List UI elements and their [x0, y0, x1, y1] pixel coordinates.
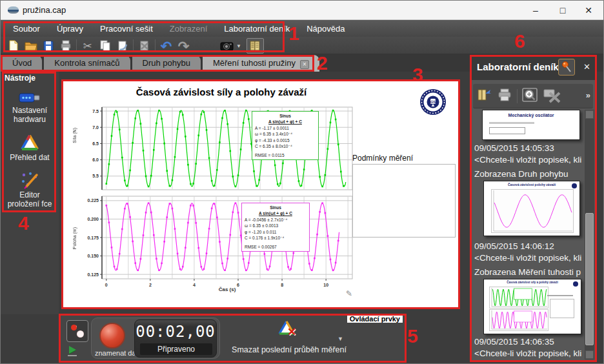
- copy-icon[interactable]: [96, 38, 114, 54]
- tab-close-icon[interactable]: ×: [300, 60, 309, 69]
- controls-dropdown-icon[interactable]: ▼: [337, 336, 343, 342]
- thumbnail-title: Mechanický oscilátor: [483, 113, 579, 117]
- svg-text:7.0: 7.0: [92, 125, 99, 130]
- position-time-chart[interactable]: 0.2250.2000.1750.1500.1250246810Čas (s): [83, 194, 354, 293]
- journal-thumbnail-2[interactable]: Časová závislost polohy závaží: [483, 181, 580, 236]
- thumbnail-input-box: [489, 127, 525, 134]
- sine-fit-box-force[interactable]: Sinus A sin(ωt + φ) + C A = -1.17 ± 0.00…: [252, 111, 319, 160]
- svg-text:0.225: 0.225: [87, 198, 99, 203]
- menu-laboratorni-denik[interactable]: Laboratorní deník: [216, 21, 298, 36]
- delete-run-button[interactable]: Smazat poslední průběh měření: [225, 345, 354, 354]
- journal-icon[interactable]: [247, 38, 264, 54]
- tab-kontrola-snimacu[interactable]: Kontrola snímačů: [44, 55, 130, 72]
- journal-caption[interactable]: <Chcete-li vložit popisek, kli: [474, 155, 584, 165]
- record-button[interactable]: [99, 323, 125, 349]
- record-group: znamenat da 00:02,00 Připraveno: [91, 318, 220, 359]
- delete-x-icon: ✕: [287, 325, 296, 339]
- tab-uvod[interactable]: Úvod: [2, 55, 42, 72]
- curve-fit-editor-icon: [20, 171, 39, 189]
- screenshot-camera-icon[interactable]: [218, 38, 236, 54]
- annotation-number-3: 3: [412, 64, 423, 86]
- thumbnail-chart-position: [489, 309, 549, 331]
- thumbnail-title: Časová závislost síly a polohy závaží: [484, 281, 581, 284]
- scroll-up-button[interactable]: [585, 110, 594, 119]
- new-document-icon[interactable]: [5, 38, 22, 54]
- toolbar-separator: [155, 39, 156, 52]
- journal-header: Laboratorní deník ✕: [470, 56, 596, 80]
- journal-scrollbar[interactable]: [585, 110, 594, 359]
- timer-display: 00:02,00 Připraveno: [134, 319, 217, 358]
- undo-icon[interactable]: ↶: [157, 38, 175, 54]
- svg-text:Čas (s): Čas (s): [219, 287, 236, 292]
- hardware-setup-icon: [18, 90, 41, 105]
- menu-napoveda[interactable]: Nápověda: [298, 21, 353, 36]
- menu-bar: Soubor Úpravy Pracovní sešit Zobrazení L…: [1, 20, 603, 37]
- annotation-number-2: 2: [317, 52, 328, 74]
- scroll-down-button[interactable]: [585, 350, 594, 359]
- thumbnail-logo: [573, 281, 578, 287]
- annotation-number-4: 4: [18, 212, 29, 234]
- redo-icon[interactable]: ↷: [175, 38, 192, 54]
- journal-timestamp: 09/05/2015 14:06:12: [474, 241, 584, 251]
- svg-text:0.125: 0.125: [87, 272, 99, 277]
- edit-pencil-icon[interactable]: ✎: [346, 289, 352, 298]
- fit-rmse: RMSE = 0.0115: [255, 152, 316, 158]
- thumbnail-conditions-label: [547, 295, 573, 296]
- controls-bar: Ovládací prvky znamenat da 00:02,00 Přip…: [60, 315, 405, 361]
- fit-title: Sinus: [245, 205, 307, 210]
- record-mode-icon: [77, 330, 84, 338]
- print-icon[interactable]: [57, 38, 74, 54]
- pushpin-icon: [559, 59, 574, 75]
- fit-title: Sinus: [255, 113, 316, 119]
- thumbnail-title: Časová závislost polohy závaží: [484, 183, 579, 187]
- tab-druh-pohybu[interactable]: Druh pohybu: [132, 55, 201, 72]
- play-icon[interactable]: [69, 346, 76, 354]
- menu-pracovni-sesit[interactable]: Pracovní sešit: [92, 21, 161, 36]
- journal-export-icon[interactable]: [477, 87, 492, 105]
- fit-line: A = -1.17 ± 0.0011: [255, 125, 316, 131]
- controls-caption: Ovládací prvky: [347, 315, 403, 323]
- sidebar-item-hardware-setup[interactable]: Nastavení hardwaru: [1, 90, 59, 125]
- window-title: pružina.cap: [23, 5, 66, 15]
- sidebar-title: Nástroje: [1, 72, 59, 85]
- cut-icon[interactable]: ✂: [79, 38, 96, 54]
- journal-zoom-icon[interactable]: [521, 86, 538, 106]
- journal-more-icon[interactable]: »: [586, 90, 590, 100]
- journal-thumbnail-1[interactable]: Mechanický oscilátor: [482, 110, 580, 140]
- annotation-number-5: 5: [407, 325, 418, 347]
- journal-timestamp: 09/05/2015 14:06:35: [474, 337, 584, 347]
- svg-text:7.5: 7.5: [92, 109, 99, 114]
- tab-mereni-tuhosti-pruziny[interactable]: Měření tuhosti pružiny ×: [203, 55, 319, 72]
- maximize-button[interactable]: □: [552, 3, 574, 18]
- svg-text:6.5: 6.5: [92, 141, 99, 146]
- paste-icon[interactable]: [114, 38, 131, 54]
- open-file-icon[interactable]: [22, 38, 39, 54]
- journal-thumbnail-3[interactable]: Časová závislost síly a polohy závaží: [483, 279, 581, 334]
- title-bar: pružina.cap – □ ✕: [1, 1, 603, 20]
- sine-fit-box-position[interactable]: Sinus A sin(ωt + φ) + C A = -0.0456 ± 2.…: [241, 203, 310, 252]
- save-icon[interactable]: [39, 38, 57, 54]
- close-button[interactable]: ✕: [578, 3, 599, 18]
- svg-text:0.200: 0.200: [87, 217, 99, 221]
- toolbar-separator: [133, 39, 134, 52]
- sidebar-item-curve-fit-editor[interactable]: Editor proložení fce: [1, 171, 59, 209]
- pin-button[interactable]: [558, 59, 575, 76]
- svg-text:6.0: 6.0: [92, 157, 99, 162]
- journal-caption[interactable]: <Chcete-li vložit popisek, kli: [474, 349, 584, 358]
- camera-dropdown-icon[interactable]: ▼: [236, 43, 241, 49]
- journal-print-icon[interactable]: [496, 87, 513, 105]
- record-mode-button[interactable]: [66, 320, 88, 342]
- conditions-textbox[interactable]: [352, 164, 456, 238]
- menu-upravy[interactable]: Úpravy: [48, 21, 92, 36]
- tool-label: Nastavení hardwaru: [3, 106, 56, 125]
- menu-soubor[interactable]: Soubor: [5, 21, 48, 36]
- scrollbar-thumb[interactable]: [585, 213, 594, 345]
- journal-delete-capture-icon: [542, 86, 561, 106]
- sidebar-item-data-summary[interactable]: Přehled dat: [1, 134, 59, 163]
- journal-close-icon[interactable]: ✕: [583, 62, 590, 72]
- school-logo: GS: [419, 88, 447, 119]
- fit-line: C = 0.176 ± 1.9x10⁻⁴: [245, 235, 307, 241]
- minimize-button[interactable]: –: [525, 3, 547, 18]
- journal-caption[interactable]: <Chcete-li vložit popisek, kli: [474, 253, 584, 263]
- thumbnail-text-line: [489, 122, 534, 124]
